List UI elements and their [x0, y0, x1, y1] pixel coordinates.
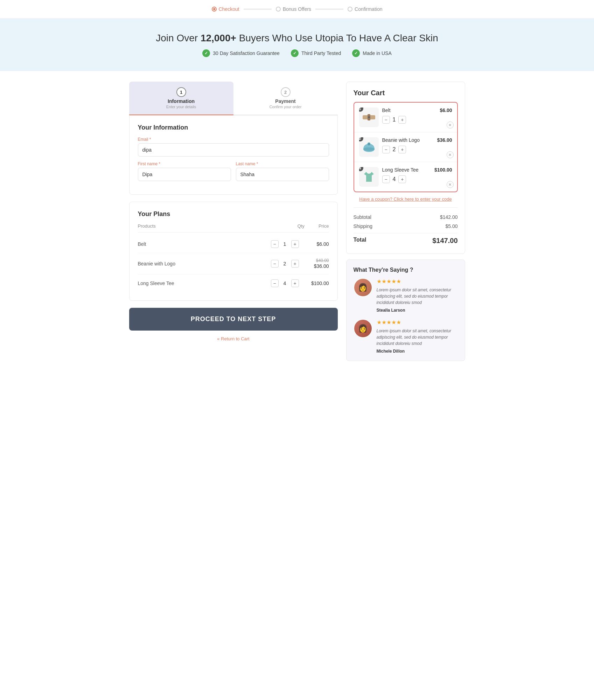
cart-qty-plus-belt[interactable]: +: [398, 116, 406, 124]
qty-value-tee: 4: [282, 280, 288, 286]
svg-point-4: [363, 147, 375, 151]
cart-qty-val-beanie: 2: [393, 146, 396, 153]
return-to-cart-link[interactable]: « Return to Cart: [217, 336, 250, 341]
tab-number-2: 2: [281, 87, 291, 97]
information-form: Your Information Email * First name * La…: [129, 115, 338, 195]
tab-sublabel-information: Enter your details: [135, 105, 228, 109]
cart-qty-minus-belt[interactable]: −: [382, 116, 390, 124]
cart-item-img-belt: 1: [359, 108, 379, 127]
last-name-group: Last name *: [236, 161, 329, 181]
reviews-section: What They're Saying ? 👩 ★★★★★ Lorem ipsu…: [346, 259, 465, 361]
plans-title: Your Plans: [138, 210, 329, 218]
plan-name-tee: Long Sleeve Tee: [138, 280, 271, 286]
progress-step-confirm[interactable]: Confirmation: [348, 6, 382, 12]
review-avatar-1: 👩: [354, 319, 372, 338]
svg-point-5: [368, 143, 370, 145]
tab-number-1: 1: [176, 87, 186, 97]
plan-price-tee: $100.00: [305, 280, 329, 286]
hero-title: Join Over 12,000+ Buyers Who Use Utopia …: [7, 33, 587, 44]
review-stars-1: ★★★★★: [377, 319, 458, 326]
plans-header: Products Qty Price: [138, 223, 329, 233]
total-label: Total: [354, 237, 366, 245]
qty-minus-tee[interactable]: −: [271, 279, 279, 287]
cart-item-info-beanie: Beanie with Logo − 2 +: [382, 137, 428, 153]
subtotal-row: Subtotal $142.00: [354, 213, 458, 222]
qty-value-belt: 1: [282, 241, 288, 247]
plan-price-old-beanie: $40.00: [305, 258, 329, 263]
tab-label-payment: Payment: [239, 98, 332, 104]
cart-item-right-belt: $6.00: [428, 108, 452, 113]
progress-step-bonus[interactable]: Bonus Offers: [276, 6, 311, 12]
cart-qty-plus-beanie[interactable]: +: [398, 146, 406, 153]
tab-payment[interactable]: 2 Payment Confirm your order: [233, 82, 338, 115]
qty-control-tee: − 4 +: [271, 279, 299, 287]
main-content: 1 Information Enter your details 2 Payme…: [122, 71, 472, 372]
qty-value-beanie: 2: [282, 261, 288, 266]
progress-step-checkout[interactable]: Checkout: [212, 6, 239, 12]
name-row: First name * Last name *: [138, 161, 329, 186]
plan-row-tee: Long Sleeve Tee − 4 + $100.00: [138, 275, 329, 292]
cart-item-list: 1 Belt − 1 +: [354, 102, 458, 192]
cart-title: Your Cart: [354, 89, 458, 97]
cart-close-belt[interactable]: ✕: [447, 122, 454, 129]
qty-plus-tee[interactable]: +: [291, 279, 299, 287]
qty-control-belt: − 1 +: [271, 240, 299, 248]
progress-label-bonus: Bonus Offers: [283, 6, 311, 12]
first-name-group: First name *: [138, 161, 231, 181]
review-stars-0: ★★★★★: [377, 278, 458, 285]
cart-item-name-tee: Long Sleeve Tee: [382, 167, 428, 173]
tab-information[interactable]: 1 Information Enter your details: [129, 82, 233, 115]
tabs: 1 Information Enter your details 2 Payme…: [129, 82, 338, 115]
plan-price-new-beanie: $36.00: [314, 263, 329, 269]
tab-label-information: Information: [135, 98, 228, 104]
email-field[interactable]: [138, 143, 329, 157]
cart-item-price-beanie: $36.00: [437, 137, 452, 143]
reviews-title: What They're Saying ?: [354, 267, 458, 273]
qty-control-beanie: − 2 +: [271, 260, 299, 268]
cart-item-price-tee: $100.00: [434, 167, 452, 173]
cart-item-belt: 1 Belt − 1 +: [354, 103, 457, 132]
svg-point-2: [368, 116, 370, 118]
qty-minus-beanie[interactable]: −: [271, 260, 279, 268]
plans-col-price: Price: [319, 223, 329, 229]
cart-qty-minus-beanie[interactable]: −: [382, 146, 390, 153]
first-name-label: First name *: [138, 161, 231, 166]
qty-plus-beanie[interactable]: +: [291, 260, 299, 268]
progress-label-confirm: Confirmation: [355, 6, 382, 12]
review-text-0: Lorem ipsum dolor sit amet, consectetur …: [377, 287, 458, 306]
progress-label-checkout: Checkout: [219, 6, 239, 12]
review-item-1: 👩 ★★★★★ Lorem ipsum dolor sit amet, cons…: [354, 319, 458, 354]
tab-indicator-2: [233, 115, 338, 115]
progress-line-2: [315, 9, 343, 9]
plans-col-products: Products: [138, 223, 156, 229]
hero-badge-text-1: Third Party Tested: [301, 50, 341, 56]
cart-qty-plus-tee[interactable]: +: [398, 175, 406, 183]
review-content-0: ★★★★★ Lorem ipsum dolor sit amet, consec…: [377, 278, 458, 313]
review-top-1: 👩 ★★★★★ Lorem ipsum dolor sit amet, cons…: [354, 319, 458, 354]
progress-line-1: [244, 9, 272, 9]
cart-item-img-beanie: 2: [359, 137, 379, 157]
total-value: $147.00: [432, 237, 457, 245]
qty-minus-belt[interactable]: −: [271, 240, 279, 248]
right-column: Your Cart 1 Belt −: [346, 82, 465, 361]
progress-dot-checkout: [212, 7, 217, 12]
cart-close-beanie[interactable]: ✕: [447, 151, 454, 158]
first-name-field[interactable]: [138, 168, 231, 181]
progress-dot-bonus: [276, 7, 281, 12]
left-column: 1 Information Enter your details 2 Payme…: [129, 82, 338, 342]
beanie-icon: [361, 139, 377, 155]
hero-banner: Join Over 12,000+ Buyers Who Use Utopia …: [0, 19, 594, 71]
email-label: Email *: [138, 137, 329, 142]
proceed-button[interactable]: PROCEED TO NEXT STEP: [129, 308, 338, 331]
cart-qty-minus-tee[interactable]: −: [382, 175, 390, 183]
plans-section: Your Plans Products Qty Price Belt − 1 +…: [129, 202, 338, 301]
cart-item-qty-beanie: − 2 +: [382, 146, 428, 153]
coupon-link[interactable]: Have a coupon? Click here to enter your …: [354, 192, 458, 206]
plan-name-belt: Belt: [138, 241, 271, 247]
qty-plus-belt[interactable]: +: [291, 240, 299, 248]
last-name-field[interactable]: [236, 168, 329, 181]
subtotal-value: $142.00: [440, 214, 458, 220]
cart-close-tee[interactable]: ✕: [447, 181, 454, 188]
email-group: Email *: [138, 137, 329, 157]
review-author-1: Michele Dillon: [377, 349, 458, 354]
